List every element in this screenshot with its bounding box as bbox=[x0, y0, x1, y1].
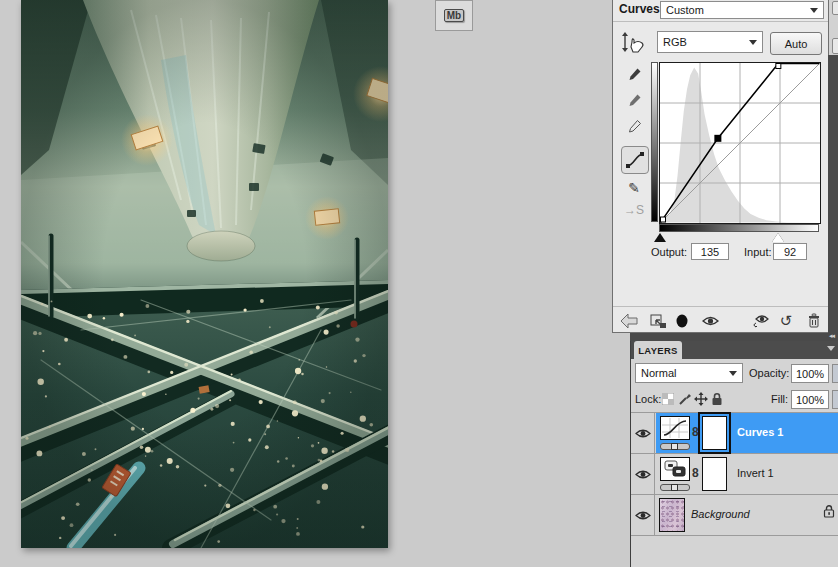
mask-link-icon: 8 bbox=[692, 466, 699, 480]
clipping-toggle-icon[interactable] bbox=[671, 311, 693, 331]
visibility-toggle[interactable] bbox=[631, 495, 655, 535]
chevron-down-icon bbox=[749, 40, 757, 45]
document-canvas[interactable] bbox=[21, 0, 388, 548]
lock-pixels-brush-icon[interactable] bbox=[677, 391, 692, 407]
locked-layer-padlock-icon bbox=[823, 504, 835, 522]
back-arrow-icon[interactable] bbox=[618, 311, 640, 331]
input-value-field[interactable]: 92 bbox=[773, 243, 807, 260]
layer-row-curves-1[interactable]: 8 Curves 1 bbox=[631, 413, 838, 454]
view-previous-state-icon[interactable] bbox=[749, 311, 771, 331]
scrubby-hand-icon[interactable] bbox=[620, 30, 646, 58]
curves-preset-dropdown[interactable]: Custom bbox=[660, 1, 824, 19]
chevron-down-icon bbox=[810, 8, 818, 13]
fill-field[interactable]: 100% bbox=[791, 390, 829, 409]
mask-link-icon: 8 bbox=[692, 425, 699, 439]
lock-all-padlock-icon[interactable] bbox=[709, 391, 724, 407]
lock-transparency-icon[interactable] bbox=[660, 391, 675, 407]
divider bbox=[613, 306, 828, 307]
lock-label: Lock: bbox=[635, 393, 661, 405]
opacity-label: Opacity: bbox=[749, 367, 789, 379]
layer-name: Curves 1 bbox=[737, 426, 783, 438]
layer-row-body[interactable]: 8 Invert 1 bbox=[656, 454, 838, 494]
collapsed-panel-button[interactable]: Mb bbox=[435, 0, 473, 31]
black-point-eyedropper-icon[interactable] bbox=[621, 62, 647, 86]
layer-row-background[interactable]: Background bbox=[631, 495, 838, 536]
input-gradient-bar bbox=[659, 224, 819, 232]
divider bbox=[613, 21, 828, 22]
highlight-input-slider[interactable] bbox=[772, 233, 784, 242]
white-point-eyedropper-icon[interactable] bbox=[621, 114, 647, 138]
pencil-tool-icon[interactable]: ✎ bbox=[621, 176, 647, 200]
collapse-dock-icon[interactable]: ◂◂ bbox=[829, 332, 834, 340]
preset-value: Custom bbox=[666, 4, 704, 16]
layer-name: Invert 1 bbox=[737, 467, 774, 479]
curves-channel-dropdown[interactable]: RGB bbox=[657, 31, 763, 53]
opacity-field[interactable]: 100% bbox=[791, 364, 829, 383]
reset-icon[interactable]: ↺ bbox=[775, 311, 797, 331]
adjustments-panel: Curves Custom RGB Auto ✎ →S Output: 135 … bbox=[612, 0, 829, 333]
eye-icon bbox=[635, 510, 651, 521]
layers-panel-header: LAYERS bbox=[631, 341, 838, 359]
input-label: Input: bbox=[744, 246, 772, 258]
thumbnail-slider bbox=[660, 443, 690, 450]
layer-row-invert-1[interactable]: 8 Invert 1 bbox=[631, 454, 838, 495]
layer-row-body[interactable]: 8 Curves 1 bbox=[656, 413, 838, 453]
tab-layers[interactable]: LAYERS bbox=[634, 341, 682, 359]
blend-mode-value: Normal bbox=[641, 367, 676, 379]
lock-position-move-icon[interactable] bbox=[693, 391, 708, 407]
shadow-input-slider[interactable] bbox=[654, 233, 666, 242]
eye-icon bbox=[635, 428, 651, 439]
visibility-eye-icon[interactable] bbox=[699, 311, 721, 331]
panel-title: Curves bbox=[619, 2, 660, 16]
curves-adjustment-thumbnail[interactable] bbox=[660, 416, 690, 440]
invert-adjustment-thumbnail[interactable] bbox=[660, 457, 690, 481]
curves-graph[interactable] bbox=[659, 62, 821, 224]
edit-points-tool-icon[interactable] bbox=[621, 146, 649, 174]
mb-panel-icon: Mb bbox=[444, 9, 464, 22]
visibility-toggle[interactable] bbox=[631, 413, 655, 453]
dock-divider-bar: ◂◂ bbox=[630, 333, 838, 341]
output-value-field[interactable]: 135 bbox=[691, 243, 729, 260]
delete-adjustment-trash-icon[interactable] bbox=[803, 311, 825, 331]
fill-spinner[interactable] bbox=[832, 390, 838, 409]
dock-icon-fragment bbox=[832, 1, 838, 15]
smooth-curve-icon[interactable]: →S bbox=[621, 198, 647, 222]
output-gradient-bar bbox=[651, 62, 658, 222]
layer-row-body[interactable]: Background bbox=[656, 495, 838, 535]
auto-button[interactable]: Auto bbox=[770, 32, 822, 55]
panel-menu-icon[interactable] bbox=[827, 346, 835, 351]
gray-point-eyedropper-icon[interactable] bbox=[621, 88, 647, 112]
layer-mask-thumbnail[interactable] bbox=[702, 416, 727, 450]
layers-panel: LAYERS Normal Opacity: 100% Lock: Fill: … bbox=[630, 341, 838, 567]
output-label: Output: bbox=[651, 246, 687, 258]
collapsed-dock-icons[interactable] bbox=[828, 0, 838, 55]
dock-edge bbox=[828, 55, 838, 333]
layer-name: Background bbox=[691, 508, 750, 520]
clip-to-layer-icon[interactable] bbox=[647, 311, 669, 331]
channel-value: RGB bbox=[663, 36, 687, 48]
layer-mask-thumbnail[interactable] bbox=[702, 457, 727, 491]
thumbnail-slider bbox=[660, 484, 690, 491]
dock-icon-fragment bbox=[832, 38, 838, 54]
opacity-spinner[interactable] bbox=[832, 364, 838, 383]
visibility-toggle[interactable] bbox=[631, 454, 655, 494]
chevron-down-icon bbox=[729, 371, 737, 376]
photo-illustration bbox=[21, 0, 388, 548]
fill-label: Fill: bbox=[771, 393, 788, 405]
blend-mode-dropdown[interactable]: Normal bbox=[635, 363, 743, 383]
background-layer-thumbnail[interactable] bbox=[659, 498, 685, 532]
eye-icon bbox=[635, 469, 651, 480]
